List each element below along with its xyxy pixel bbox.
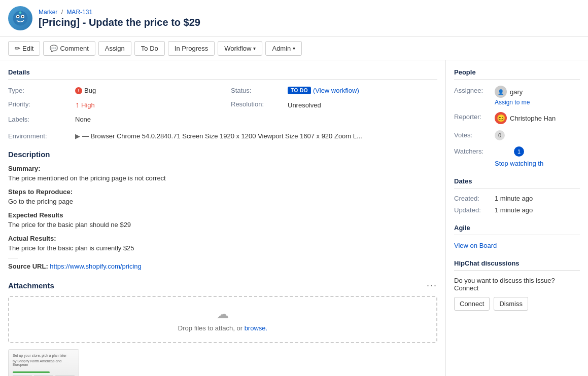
main-layout: Details Type: ! Bug Status: TO DO (View … <box>0 60 588 376</box>
hipchat-section: HipChat discussions Do you want to discu… <box>454 259 580 311</box>
breadcrumb: Marker / MAR-131 <box>39 9 200 16</box>
view-workflow-link[interactable]: (View workflow) <box>313 87 359 94</box>
source-url-link[interactable]: https://www.shopify.com/pricing <box>50 262 141 270</box>
source-url-line: Source URL: https://www.shopify.com/pric… <box>8 262 437 270</box>
issue-title: [Pricing] - Update the price to $29 <box>39 17 200 28</box>
preview-text-2: by Shopify North Americas and European <box>13 359 75 366</box>
assign-to-me-link[interactable]: Assign to me <box>495 99 530 106</box>
description-section: Description Summary: The price mentioned… <box>8 150 437 270</box>
actual-block: Actual Results: The price for the basic … <box>8 235 437 252</box>
stop-watching-link[interactable]: Stop watching th <box>495 160 543 167</box>
actual-label: Actual Results: <box>8 235 437 242</box>
watchers-row: Watchers: 1 Stop watching th <box>454 146 580 167</box>
issue-id-link[interactable]: MAR-131 <box>66 9 92 16</box>
assign-button[interactable]: Assign <box>98 41 131 56</box>
environment-label: Environment: <box>8 132 69 140</box>
comment-button[interactable]: 💬 Comment <box>43 41 95 56</box>
status-badge: TO DO <box>288 87 311 94</box>
steps-label: Steps to Reproduce: <box>8 188 437 196</box>
updated-label: Updated: <box>454 206 495 214</box>
watchers-label: Watchers: <box>454 146 495 155</box>
created-value: 1 minute ago <box>495 195 533 202</box>
details-title: Details <box>8 68 437 80</box>
assignee-avatar: 👤 <box>495 86 507 98</box>
people-title: People <box>454 68 580 80</box>
labels-value: None <box>75 115 225 124</box>
page-header: Marker / MAR-131 [Pricing] - Update the … <box>0 0 588 37</box>
header-text: Marker / MAR-131 [Pricing] - Update the … <box>39 9 200 28</box>
priority-text: High <box>81 101 95 109</box>
expected-block: Expected Results The price for the basic… <box>8 211 437 229</box>
view-on-board-link[interactable]: View on Board <box>454 242 497 249</box>
status-label: Status: <box>231 86 282 95</box>
attachments-title: Attachments <box>8 281 54 290</box>
description-title: Description <box>8 150 437 159</box>
details-grid: Type: ! Bug Status: TO DO (View workflow… <box>8 86 437 124</box>
project-link[interactable]: Marker <box>39 9 57 16</box>
attachments-header: Attachments ··· <box>8 280 437 291</box>
in-progress-button[interactable]: In Progress <box>168 41 215 56</box>
svg-point-5 <box>19 11 22 14</box>
type-label: Type: <box>8 86 69 95</box>
expected-label: Expected Results <box>8 211 437 219</box>
reporter-label: Reporter: <box>454 112 495 121</box>
watchers-value: 1 Stop watching th <box>495 146 543 167</box>
agile-section: Agile View on Board <box>454 224 580 249</box>
edit-icon: ✏ <box>15 45 20 52</box>
env-arrow-icon: ▶ <box>75 132 80 140</box>
updated-row: Updated: 1 minute ago <box>454 206 580 214</box>
preview-text-1: Set up your store, pick a plan later <box>13 354 75 357</box>
drop-zone[interactable]: ☁ Drop files to attach, or browse. <box>8 296 437 343</box>
environment-value: ▶ — Browser Chrome 54.0.2840.71 Screen S… <box>75 132 362 140</box>
hipchat-actions: Connect Dismiss <box>454 297 580 311</box>
created-row: Created: 1 minute ago <box>454 195 580 202</box>
steps-text: Go to the pricing page <box>8 198 437 205</box>
preview-bar <box>13 371 50 373</box>
source-url-label: Source URL: <box>8 262 48 270</box>
environment-row: Environment: ▶ — Browser Chrome 54.0.284… <box>8 132 437 140</box>
reporter-row: Reporter: 😊 Christophe Han <box>454 112 580 124</box>
summary-text: The price mentioned on the pricing page … <box>8 174 437 182</box>
votes-row: Votes: 0 <box>454 130 580 140</box>
type-value: ! Bug <box>75 86 225 95</box>
steps-block: Steps to Reproduce: Go to the pricing pa… <box>8 188 437 205</box>
assignee-name: 👤 gary <box>495 86 530 98</box>
assignee-row: Assignee: 👤 gary Assign to me <box>454 86 580 106</box>
separator <box>8 258 18 258</box>
edit-button[interactable]: ✏ Edit <box>8 41 40 56</box>
updated-value: 1 minute ago <box>495 206 533 214</box>
svg-point-3 <box>17 16 19 17</box>
details-section: Details Type: ! Bug Status: TO DO (View … <box>8 68 437 140</box>
labels-label: Labels: <box>8 115 69 124</box>
resolution-value: Unresolved <box>288 99 437 110</box>
connect-button[interactable]: Connect <box>454 297 490 311</box>
hipchat-text: Do you want to discuss this issue? Conne… <box>454 277 580 292</box>
resolution-label: Resolution: <box>231 99 282 110</box>
comment-icon: 💬 <box>50 45 58 52</box>
summary-block: Summary: The price mentioned on the pric… <box>8 165 437 182</box>
right-sidebar: People Assignee: 👤 gary Assign to me Rep… <box>446 60 588 376</box>
reporter-avatar: 😊 <box>495 112 507 124</box>
summary-label: Summary: <box>8 165 437 172</box>
actual-text: The price for the basic plan is currentl… <box>8 244 437 252</box>
assignee-label: Assignee: <box>454 86 495 94</box>
attachments-menu-button[interactable]: ··· <box>427 280 437 291</box>
dismiss-button[interactable]: Dismiss <box>494 297 528 311</box>
todo-button[interactable]: To Do <box>134 41 165 56</box>
hipchat-title: HipChat discussions <box>454 259 580 271</box>
drop-text: Drop files to attach, or <box>178 324 245 332</box>
watchers-count-badge: 1 <box>514 146 524 157</box>
browse-link[interactable]: browse. <box>245 324 268 332</box>
assignee-avatar-icon: 👤 <box>498 89 504 95</box>
admin-button[interactable]: Admin <box>265 41 302 56</box>
issue-content: Details Type: ! Bug Status: TO DO (View … <box>0 60 446 376</box>
status-value: TO DO (View workflow) <box>288 86 437 95</box>
attachments-section: Attachments ··· ☁ Drop files to attach, … <box>8 280 437 376</box>
project-logo <box>8 6 32 30</box>
workflow-button[interactable]: Workflow <box>218 41 262 56</box>
reporter-name: 😊 Christophe Han <box>495 112 556 124</box>
upload-icon: ☁ <box>19 307 426 321</box>
votes-value: 0 <box>495 130 505 140</box>
agile-title: Agile <box>454 224 580 235</box>
attachment-preview: Set up your store, pick a plan later by … <box>8 349 79 376</box>
